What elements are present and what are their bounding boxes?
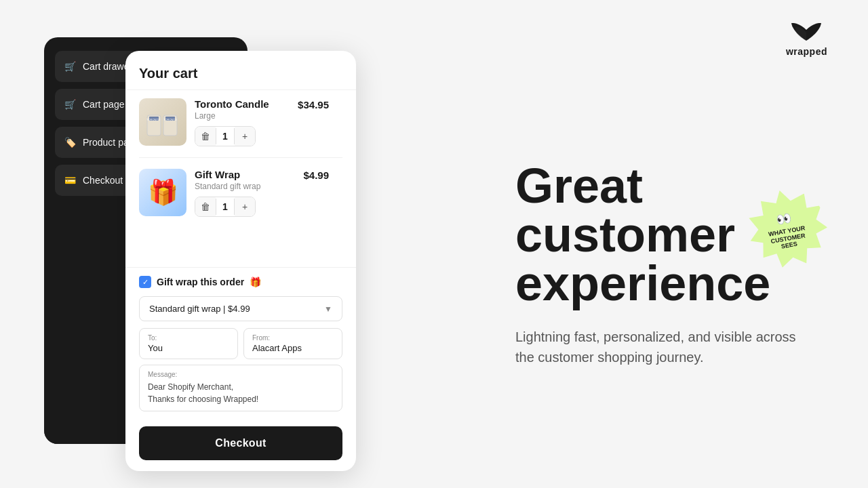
cart-panel: Your cart TORONTO TORONTO bbox=[125, 51, 356, 471]
device-container: 🛒 Cart drawer 🛒 Cart page 🏷️ Product pag… bbox=[44, 37, 451, 458]
candle-increase-btn[interactable]: + bbox=[235, 127, 255, 146]
chevron-down-icon: ▼ bbox=[324, 304, 332, 314]
candle-image: TORONTO TORONTO bbox=[139, 98, 186, 146]
gift-wrap-image: 🎁 bbox=[139, 169, 186, 216]
checkout-button[interactable]: Checkout bbox=[139, 426, 342, 460]
checkout-page-icon: 💳 bbox=[64, 175, 76, 186]
gift-wrap-details: Gift Wrap $4.99 Standard gift wrap 🗑 1 + bbox=[195, 169, 342, 217]
svg-text:TORONTO: TORONTO bbox=[163, 118, 177, 121]
right-content: Great customer experience Lightning fast… bbox=[461, 0, 868, 488]
gift-wrap-checkbox[interactable]: ✓ bbox=[139, 276, 151, 288]
main-heading: Great customer experience bbox=[515, 161, 827, 308]
candle-details: Toronto Candle $34.95 Large 🗑 1 + bbox=[195, 98, 342, 146]
cart-items[interactable]: TORONTO TORONTO Toronto Candle $34.95 La… bbox=[125, 90, 356, 267]
gift-wrap-dropdown[interactable]: Standard gift wrap | $4.99 ▼ bbox=[139, 296, 342, 321]
from-field[interactable]: From: Alacart Apps bbox=[243, 328, 342, 359]
gift-increase-btn[interactable]: + bbox=[235, 197, 255, 216]
svg-text:TORONTO: TORONTO bbox=[146, 118, 160, 121]
gift-form-row: To: You From: Alacart Apps bbox=[139, 328, 342, 359]
cart-item-gift-wrap: 🎁 Gift Wrap $4.99 Standard gift wrap 🗑 1… bbox=[139, 169, 342, 228]
message-field[interactable]: Message: Dear Shopify Merchant,Thanks fo… bbox=[139, 365, 342, 411]
product-page-icon: 🏷️ bbox=[64, 137, 76, 148]
cart-header: Your cart bbox=[125, 51, 356, 90]
gift-wrap-checkbox-row[interactable]: ✓ Gift wrap this order 🎁 bbox=[139, 276, 342, 288]
to-field[interactable]: To: You bbox=[139, 328, 238, 359]
cart-item-candle: TORONTO TORONTO Toronto Candle $34.95 La… bbox=[139, 98, 342, 158]
sub-text: Lightning fast, personalized, and visibl… bbox=[515, 327, 814, 367]
gift-decrease-btn[interactable]: 🗑 bbox=[195, 197, 216, 216]
cart-page-label: Cart page bbox=[83, 99, 124, 110]
gift-wrap-section: ✓ Gift wrap this order 🎁 Standard gift w… bbox=[125, 267, 356, 420]
message-content: Dear Shopify Merchant,Thanks for choosin… bbox=[148, 381, 334, 405]
cart-page-icon: 🛒 bbox=[64, 99, 76, 110]
gift-quantity-control[interactable]: 🗑 1 + bbox=[195, 197, 256, 217]
cart-drawer-icon: 🛒 bbox=[64, 61, 76, 72]
candle-quantity-control[interactable]: 🗑 1 + bbox=[195, 126, 256, 146]
candle-decrease-btn[interactable]: 🗑 bbox=[195, 127, 216, 146]
